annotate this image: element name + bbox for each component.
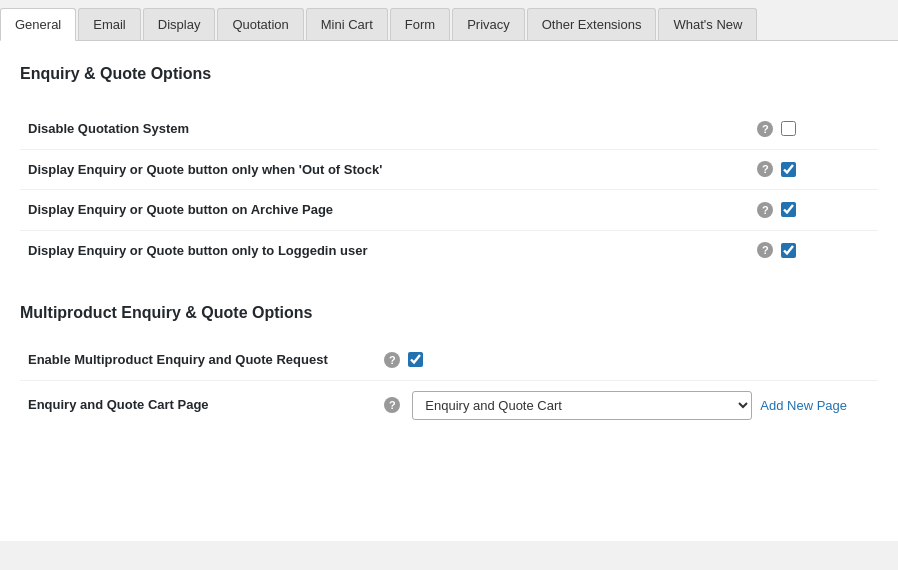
multiproduct-option-row: Enable Multiproduct Enquiry and Quote Re… [20,340,878,380]
option-row: Display Enquiry or Quote button only to … [20,230,878,270]
tab-other-extensions[interactable]: Other Extensions [527,8,657,40]
option-row: Display Enquiry or Quote button only whe… [20,149,878,190]
option-label: Disable Quotation System [20,109,749,149]
help-icon[interactable]: ? [757,202,773,218]
tab-mini-cart[interactable]: Mini Cart [306,8,388,40]
multiproduct-option-label: Enable Multiproduct Enquiry and Quote Re… [20,340,376,380]
tab-email[interactable]: Email [78,8,141,40]
help-icon[interactable]: ? [757,242,773,258]
option-checkbox[interactable] [781,162,796,177]
option-checkbox[interactable] [781,243,796,258]
section1-title: Enquiry & Quote Options [20,65,878,91]
tab-general[interactable]: General [0,8,76,41]
option-checkbox[interactable] [781,121,796,136]
option-label: Display Enquiry or Quote button only to … [20,230,749,270]
option-label: Display Enquiry or Quote button on Archi… [20,190,749,231]
cart-page-label: Enquiry and Quote Cart Page [20,380,376,430]
cart-page-row: Enquiry and Quote Cart Page ? Enquiry an… [20,380,878,430]
option-row: Display Enquiry or Quote button on Archi… [20,190,878,231]
help-icon[interactable]: ? [384,397,400,413]
option-label: Display Enquiry or Quote button only whe… [20,149,749,190]
option-checkbox[interactable] [781,202,796,217]
help-icon[interactable]: ? [757,121,773,137]
multiproduct-options-table: Enable Multiproduct Enquiry and Quote Re… [20,340,878,430]
option-row: Disable Quotation System ? [20,109,878,149]
options-table: Disable Quotation System ? Display Enqui… [20,109,878,270]
tab-what's-new[interactable]: What's New [658,8,757,40]
tab-bar: GeneralEmailDisplayQuotationMini CartFor… [0,0,898,41]
tab-form[interactable]: Form [390,8,450,40]
section2-title: Multiproduct Enquiry & Quote Options [20,304,878,322]
tab-quotation[interactable]: Quotation [217,8,303,40]
main-content: Enquiry & Quote Options Disable Quotatio… [0,41,898,541]
help-icon[interactable]: ? [757,161,773,177]
help-icon[interactable]: ? [384,352,400,368]
tab-privacy[interactable]: Privacy [452,8,525,40]
multiproduct-option-checkbox[interactable] [408,352,423,367]
add-new-page-link[interactable]: Add New Page [760,398,847,413]
tab-display[interactable]: Display [143,8,216,40]
cart-page-select[interactable]: Enquiry and Quote Cart [412,391,752,420]
